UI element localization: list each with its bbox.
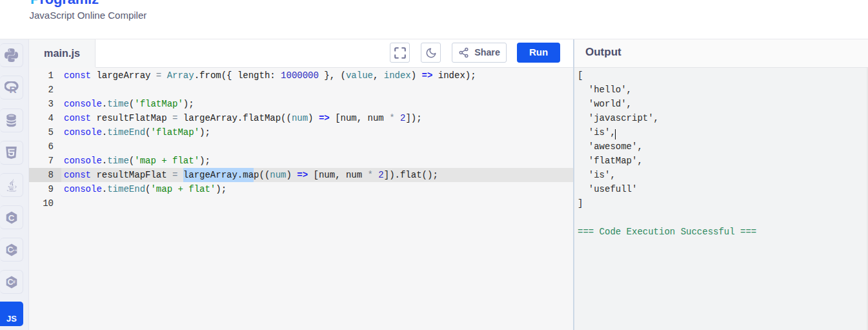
svg-text:C: C (8, 212, 14, 222)
svg-text:++: ++ (12, 247, 17, 252)
svg-text:R: R (9, 84, 16, 94)
